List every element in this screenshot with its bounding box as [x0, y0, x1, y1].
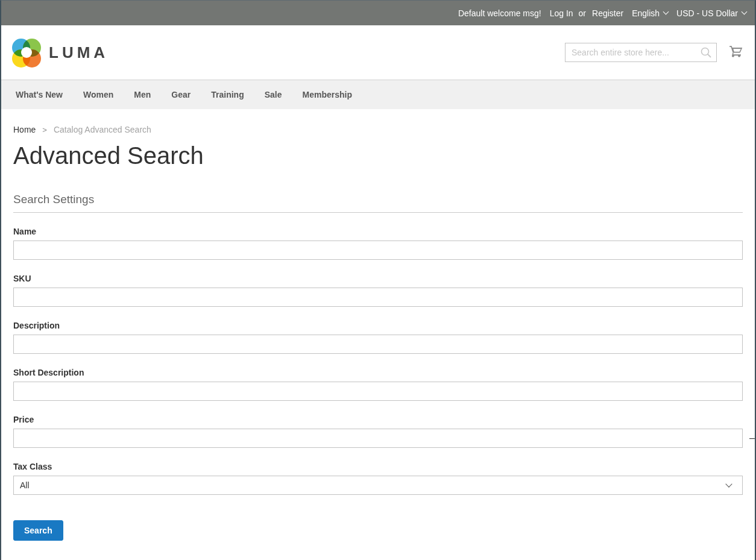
- description-input[interactable]: [13, 335, 743, 354]
- field-tax-class: Tax Class All: [13, 462, 743, 495]
- nav-item-women[interactable]: Women: [83, 90, 113, 99]
- header-search: [565, 43, 717, 62]
- chevron-down-icon: [742, 9, 748, 15]
- breadcrumb-separator-icon: >: [42, 125, 47, 134]
- field-price: Price – USD: [13, 415, 743, 448]
- nav-item-gear[interactable]: Gear: [171, 90, 191, 99]
- or-text: or: [579, 8, 586, 18]
- short-description-input[interactable]: [13, 382, 743, 401]
- page-header: LUMA: [1, 25, 755, 80]
- price-from-input[interactable]: [13, 429, 743, 448]
- minicart-button[interactable]: [728, 43, 744, 61]
- field-sku: SKU: [13, 274, 743, 307]
- sku-label: SKU: [13, 274, 743, 283]
- description-label: Description: [13, 321, 743, 330]
- chevron-down-icon: [663, 9, 669, 15]
- breadcrumb-home-link[interactable]: Home: [13, 125, 36, 134]
- main-navigation: What's New Women Men Gear Training Sale …: [1, 80, 755, 109]
- page-title: Advanced Search: [13, 142, 743, 169]
- language-switcher-label: English: [632, 8, 660, 18]
- tax-class-select[interactable]: All: [13, 476, 743, 495]
- language-switcher[interactable]: English: [632, 8, 668, 18]
- register-link[interactable]: Register: [592, 8, 623, 18]
- welcome-message: Default welcome msg!: [458, 8, 541, 18]
- price-range-separator: –: [749, 433, 755, 444]
- logo-text: LUMA: [49, 43, 109, 62]
- search-submit-button[interactable]: Search: [13, 520, 63, 541]
- nav-item-membership[interactable]: Membership: [303, 90, 352, 99]
- luma-logo-icon: [12, 37, 41, 68]
- tax-class-label: Tax Class: [13, 462, 743, 471]
- currency-switcher-label: USD - US Dollar: [676, 8, 738, 18]
- nav-item-sale[interactable]: Sale: [265, 90, 282, 99]
- main-content: Home > Catalog Advanced Search Advanced …: [1, 125, 755, 541]
- sku-input[interactable]: [13, 288, 743, 307]
- breadcrumb-current: Catalog Advanced Search: [54, 125, 151, 134]
- login-link[interactable]: Log In: [550, 8, 573, 18]
- cart-icon: [728, 43, 744, 61]
- nav-item-whats-new[interactable]: What's New: [16, 90, 63, 99]
- breadcrumb: Home > Catalog Advanced Search: [13, 125, 743, 134]
- price-label: Price: [13, 415, 743, 424]
- nav-item-men[interactable]: Men: [134, 90, 151, 99]
- field-short-description: Short Description: [13, 368, 743, 401]
- field-description: Description: [13, 321, 743, 354]
- browser-viewport: Default welcome msg! Log In or Register …: [0, 0, 756, 560]
- store-logo[interactable]: LUMA: [12, 37, 109, 68]
- name-label: Name: [13, 227, 743, 236]
- search-input[interactable]: [565, 43, 717, 62]
- fieldset-legend: Search Settings: [13, 193, 743, 213]
- nav-item-training[interactable]: Training: [211, 90, 244, 99]
- advanced-search-form: Search Settings Name SKU Description Sho…: [13, 193, 743, 541]
- field-name: Name: [13, 227, 743, 260]
- top-bar: Default welcome msg! Log In or Register …: [1, 1, 755, 25]
- currency-switcher[interactable]: USD - US Dollar: [676, 8, 746, 18]
- search-icon[interactable]: [699, 46, 713, 61]
- short-description-label: Short Description: [13, 368, 743, 377]
- name-input[interactable]: [13, 241, 743, 260]
